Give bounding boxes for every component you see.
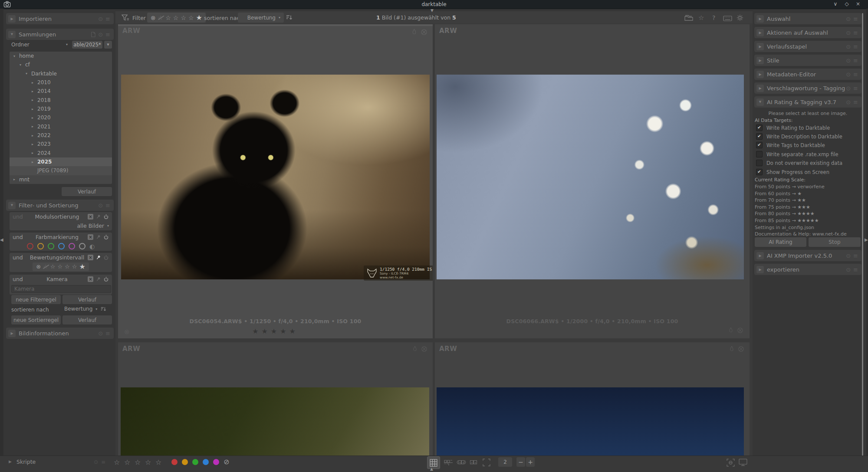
rule-name[interactable]: Modulsortierung [26, 213, 88, 220]
photo-cat[interactable] [121, 75, 430, 279]
documentation-link[interactable]: Documentation & Help: www.net-fx.de [755, 231, 847, 237]
reset-icon[interactable]: ⊙ [846, 252, 851, 259]
rule-name[interactable]: Farbmarkierung [26, 234, 88, 240]
close-button[interactable]: × [854, 0, 862, 9]
rate-1-star[interactable]: ☆ [114, 458, 120, 466]
option-show-progress[interactable]: ✔Show Progress on Screen [756, 169, 829, 175]
keyboard-shortcuts-icon[interactable] [723, 16, 732, 21]
tree-item-2014[interactable]: ▸2014 [10, 87, 112, 95]
star-2-icon[interactable]: ☆ [173, 14, 179, 21]
collapsed-icon[interactable]: ▸ [32, 125, 37, 128]
star-1-icon[interactable]: ☆ [165, 14, 171, 21]
expand-arrow-icon[interactable]: ▶ [756, 85, 764, 92]
star-4-icon[interactable]: ☆ [72, 263, 77, 270]
sort-history-button[interactable]: Verlauf [62, 315, 112, 324]
color-label-yellow[interactable] [37, 243, 44, 249]
filter-history-button[interactable]: Verlauf [62, 295, 112, 304]
tree-item-2025-selected[interactable]: ▸2025 [10, 157, 112, 166]
presets-icon[interactable]: ≡ [853, 43, 858, 50]
rate-5-star[interactable]: ☆ [155, 458, 161, 466]
collapsed-icon[interactable]: ▸ [32, 151, 37, 155]
collapse-bottom-panel-arrow[interactable]: ▲ [430, 467, 433, 471]
view-culling-fixed-button[interactable]: xy [470, 459, 477, 466]
remove-rule-icon[interactable]: × [88, 276, 93, 282]
panel-header-ai-rating[interactable]: ▼ AI Rating & Tagging v3.7 ⊙≡ [754, 96, 861, 108]
collection-criteria-label[interactable]: Ordner [11, 42, 30, 48]
power-icon[interactable] [103, 214, 109, 220]
pin-icon[interactable] [95, 276, 101, 282]
color-label-clear-button[interactable]: ⊘ [224, 458, 229, 466]
panel-header-filter-sort[interactable]: ▼ Filter- und Sortierung ⊙≡ [6, 200, 114, 211]
panel-header-selection[interactable]: ▶ Auswahl ⊙≡ [754, 13, 861, 24]
collapsed-icon[interactable]: ▸ [32, 134, 37, 138]
panel-header-image-info[interactable]: ▶ Bildinformationen ⊙≡ [6, 328, 114, 339]
expand-arrow-icon[interactable]: ▶ [756, 266, 764, 273]
reset-icon[interactable]: ⊙ [846, 99, 851, 105]
zoom-level-input[interactable]: 2 [498, 457, 512, 467]
star-3-icon[interactable]: ☆ [181, 14, 186, 21]
collapsed-icon[interactable]: ▸ [13, 177, 19, 181]
color-label-blue[interactable] [58, 243, 65, 249]
zero-star-icon[interactable]: ☆ [158, 14, 164, 21]
checkbox-unchecked[interactable] [756, 160, 763, 166]
option-no-overwrite[interactable]: Do not overwrite existing data [756, 160, 842, 166]
photo-yellow-flowers[interactable] [437, 387, 744, 456]
pin-icon-active[interactable] [95, 255, 101, 260]
color-label-yellow-button[interactable] [182, 459, 188, 465]
rate-4-star[interactable]: ☆ [145, 458, 151, 466]
reset-icon[interactable]: ⊙ [98, 202, 103, 209]
collapsed-icon[interactable]: ▸ [32, 98, 37, 102]
checkbox-checked[interactable]: ✔ [756, 125, 763, 131]
reset-icon[interactable]: ⊙ [846, 85, 851, 92]
expand-arrow-icon[interactable]: ▶ [756, 43, 764, 50]
zoom-in-button[interactable]: + [526, 457, 535, 467]
tree-item-mnt[interactable]: ▸mnt [10, 175, 112, 184]
reject-icon[interactable]: ⊗ [36, 263, 41, 270]
reset-icon[interactable]: ⊙ [846, 43, 851, 50]
panel-header-import[interactable]: ▶ Importieren ⊙≡ [6, 13, 114, 24]
scripts-panel-title[interactable]: Skripte [16, 459, 36, 465]
tree-item-jpeg[interactable]: JPEG (7089) [10, 166, 112, 175]
tree-item-2010[interactable]: ▸2010 [10, 78, 112, 87]
expand-arrow-icon[interactable]: ▶ [8, 15, 16, 23]
collapsed-icon[interactable]: ▸ [32, 107, 37, 111]
power-icon[interactable] [103, 234, 109, 240]
star-5-icon[interactable]: ★ [196, 13, 202, 22]
new-sort-rule-button[interactable]: neue Sortierregel [11, 315, 61, 324]
rating-range-widget[interactable]: ⊗ ☆ ☆ ☆ ☆ ☆ ★ [33, 262, 89, 271]
pin-icon[interactable] [95, 234, 101, 240]
power-icon[interactable] [103, 276, 109, 282]
presets-icon[interactable]: ≡ [105, 31, 110, 38]
expand-arrow-icon[interactable]: ▶ [756, 29, 764, 36]
option-write-rating[interactable]: ✔Write Rating to Darktable [756, 125, 830, 131]
presets-icon[interactable]: ≡ [853, 99, 858, 105]
rule-conjunction[interactable]: und [13, 276, 26, 282]
reject-icon[interactable]: ⊗ [151, 14, 156, 21]
star-5-icon[interactable]: ★ [79, 262, 85, 271]
rule-conjunction[interactable]: und [13, 234, 26, 240]
rule-name[interactable]: Bewertungsintervall [26, 254, 88, 261]
collection-filter-input[interactable]: able/2025* [72, 41, 102, 49]
collapsed-icon[interactable]: ▸ [32, 89, 37, 93]
checkbox-checked[interactable]: ✔ [756, 169, 763, 175]
photo-daisy[interactable] [121, 387, 429, 456]
view-culling-dynamic-button[interactable]: xy [457, 459, 466, 466]
photo-blossoms[interactable] [437, 75, 744, 279]
reset-icon[interactable]: ⊙ [846, 16, 851, 22]
rate-3-star[interactable]: ☆ [135, 458, 141, 466]
tree-item-cf[interactable]: ▾cf [10, 60, 112, 69]
rule-value[interactable]: alle Bilder [77, 223, 104, 229]
remove-rule-icon[interactable]: × [88, 214, 93, 220]
expanded-icon[interactable]: ▾ [13, 54, 19, 58]
collapse-top-panel-arrow[interactable]: ▼ [431, 8, 434, 13]
panel-header-collections[interactable]: ▼ Sammlungen ⊙≡ [6, 29, 114, 40]
thumbnail-cell-2[interactable]: ARW DSC06066.ARW$ • 1/2000 • f/4,0 • 210… [435, 24, 750, 338]
tree-item-2022[interactable]: ▸2022 [10, 131, 112, 140]
presets-icon[interactable]: ≡ [105, 16, 110, 22]
thumbnail-cell-1[interactable]: ARW 1/1250 f/4,0 210mm IS Sony - ILCE-7R… [118, 24, 433, 338]
presets-icon[interactable]: ≡ [101, 459, 105, 465]
option-write-xmp[interactable]: Write separate .rate.xmp file [756, 151, 838, 157]
expand-arrow-icon[interactable]: ▶ [756, 15, 764, 23]
reset-icon[interactable]: ⊙ [98, 31, 103, 38]
help-icon[interactable]: ? [712, 14, 715, 21]
